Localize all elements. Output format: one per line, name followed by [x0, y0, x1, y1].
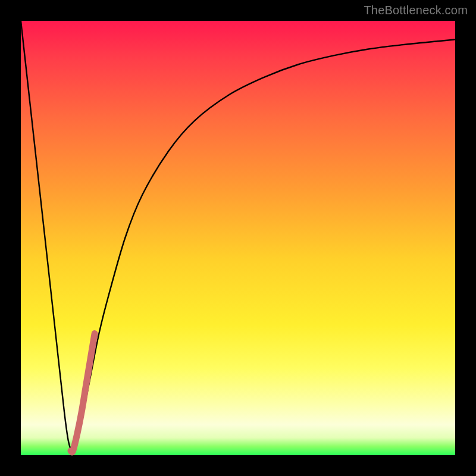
chart-frame: TheBottleneck.com — [0, 0, 476, 476]
watermark-text: TheBottleneck.com — [364, 4, 468, 17]
plot-area — [21, 21, 455, 455]
curve-svg — [21, 21, 455, 455]
highlight-segment-path — [71, 334, 95, 452]
